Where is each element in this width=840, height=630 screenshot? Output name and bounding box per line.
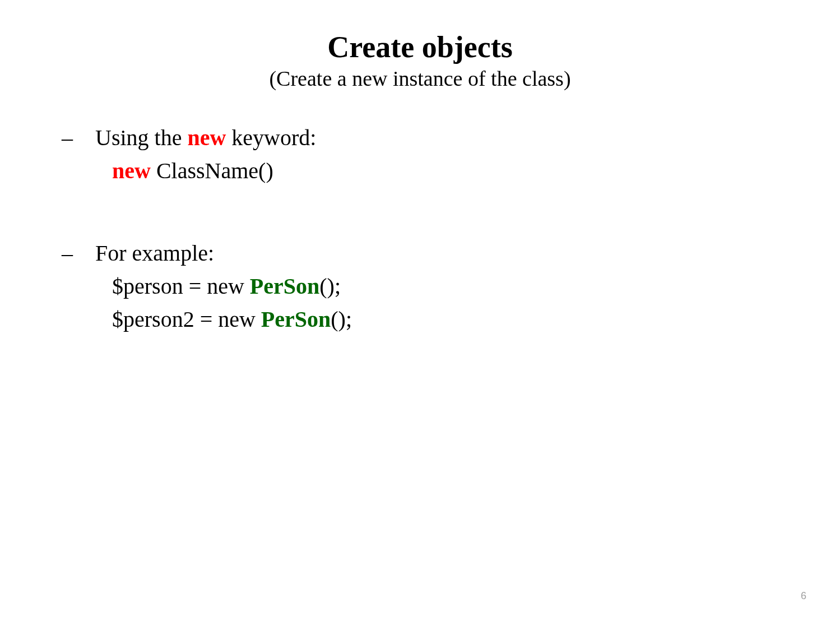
code-new-classname: new ClassName() [112, 158, 784, 184]
code2-post: (); [319, 274, 341, 299]
bullet-text: Using the new keyword: [95, 124, 784, 151]
bullet-for-example: – For example: [62, 240, 784, 266]
section-for-example: – For example: $person = new PerSon(); $… [56, 240, 784, 332]
page-number: 6 [801, 590, 806, 602]
title-block: Create objects (Create a new instance of… [56, 31, 784, 91]
slide-subtitle: (Create a new instance of the class) [56, 66, 784, 91]
slide-title: Create objects [56, 31, 784, 64]
bullet-dash: – [62, 124, 95, 151]
code3-post: (); [331, 307, 352, 332]
code3-pre: $person2 = new [112, 307, 261, 332]
bullet2-text: For example: [95, 240, 784, 266]
code-person1: $person = new PerSon(); [112, 273, 784, 299]
keyword-new: new [112, 158, 151, 183]
classname-person2: PerSon [261, 307, 331, 332]
bullet1-pre: Using the [95, 125, 187, 150]
code-person2: $person2 = new PerSon(); [112, 306, 784, 332]
code1-rest: ClassName() [151, 158, 273, 183]
code2-pre: $person = new [112, 274, 250, 299]
classname-person1: PerSon [250, 274, 319, 299]
bullet1-post: keyword: [226, 125, 316, 150]
bullet-dash: – [62, 240, 95, 266]
keyword-new-inline: new [187, 125, 226, 150]
bullet-using-new: – Using the new keyword: [62, 124, 784, 151]
section-using-new: – Using the new keyword: new ClassName() [56, 124, 784, 184]
